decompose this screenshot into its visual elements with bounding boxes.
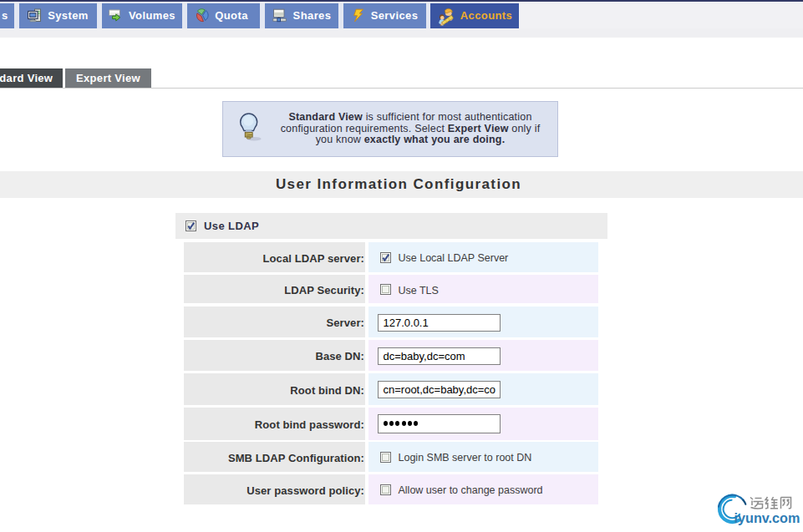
svg-text:iyunv.com: iyunv.com: [734, 510, 800, 525]
